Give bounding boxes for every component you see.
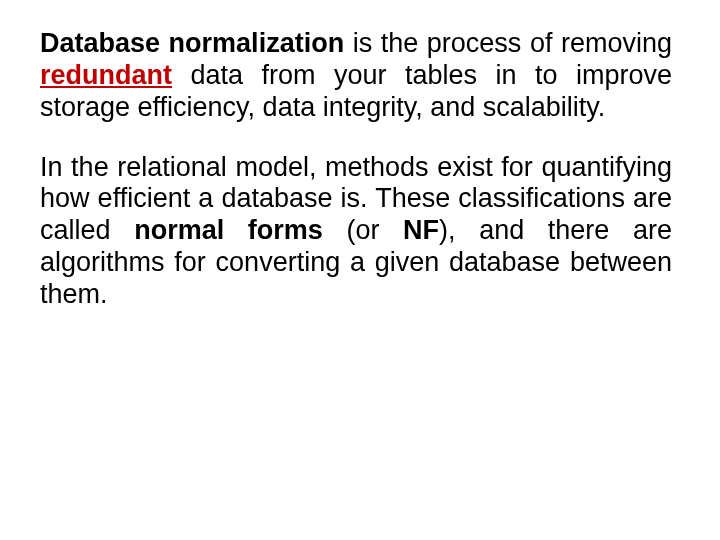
paragraph-1: Database normalization is the process of… xyxy=(40,28,672,124)
p2-text-2: (or xyxy=(323,215,403,245)
slide: Database normalization is the process of… xyxy=(0,0,720,540)
p1-text-1: is the process of removing xyxy=(344,28,672,58)
term-redundant: redundant xyxy=(40,60,172,90)
paragraph-2: In the relational model, methods exist f… xyxy=(40,152,672,311)
term-normal-forms: normal forms xyxy=(134,215,323,245)
term-database-normalization: Database normalization xyxy=(40,28,344,58)
term-nf: NF xyxy=(403,215,439,245)
